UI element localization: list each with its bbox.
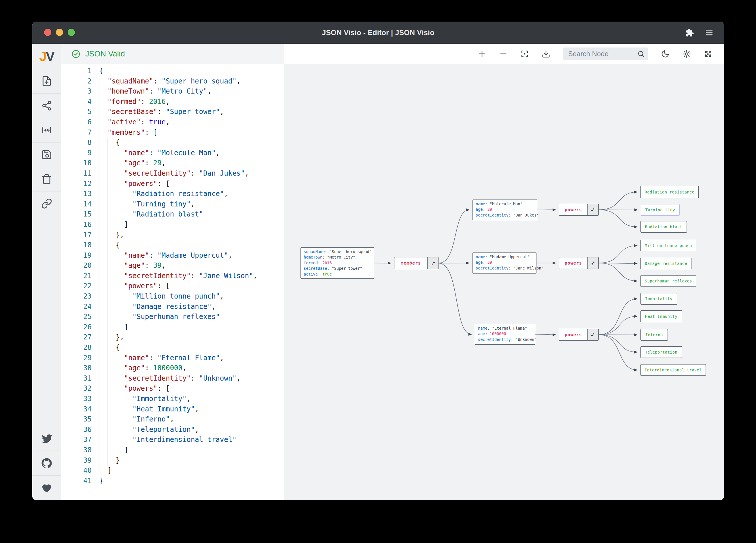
zoom-in-icon[interactable] [478,50,486,58]
code-line[interactable]: 25 "Superhuman reflexes" [61,312,284,322]
code-line[interactable]: 17 }, [61,230,284,241]
search-node-input[interactable] [563,48,648,60]
line-number: 13 [61,189,96,199]
graph-node-l11[interactable]: Interdimensional travel [640,364,706,376]
app-logo[interactable]: JV [32,44,61,69]
line-number: 31 [61,373,96,384]
graph-node-p3[interactable]: powers [559,329,599,340]
graph-node-l3[interactable]: Radiation blast [640,221,687,233]
sidebar-item-share-link[interactable] [32,192,61,216]
line-number: 21 [61,271,96,281]
graph-node-p1[interactable]: powers [559,204,599,216]
graph-node-l10[interactable]: Teleportation [640,346,682,358]
sidebar-item-twitter[interactable] [32,426,61,451]
code-line[interactable]: 37 "Interdimensional travel" [61,435,284,445]
sidebar-item-sponsor[interactable] [32,475,61,500]
code-line[interactable]: 12 "powers": [ [61,179,284,189]
collapse-node-button[interactable] [587,329,598,340]
code-line[interactable]: 8 { [61,138,284,148]
code-line[interactable]: 1{ [61,66,284,76]
code-line[interactable]: 22 "powers": [ [61,281,284,291]
code-line[interactable]: 35 "Inferno", [61,414,284,425]
graph-node-root[interactable]: squadName: "Super hero squad"homeTown: "… [300,247,374,279]
line-number: 37 [61,435,96,445]
code-line[interactable]: 39 } [61,455,284,466]
code-line[interactable]: 28 { [61,342,284,353]
leaf-text: Inferno [645,332,663,337]
graph-node-l9[interactable]: Inferno [640,329,668,340]
sidebar-item-save[interactable] [32,143,61,167]
download-icon[interactable] [542,50,550,58]
graph-node-l8[interactable]: Heat Immunity [640,310,682,322]
graph-node-l6[interactable]: Superhuman reflexes [640,275,696,287]
code-line[interactable]: 29 "name": "Eternal Flame", [61,353,284,363]
collapse-node-button[interactable] [427,258,438,269]
graph-node-l1[interactable]: Radiation resistance [640,186,699,198]
sidebar-item-center-view[interactable] [32,118,61,143]
line-number: 36 [61,425,96,435]
code-line[interactable]: 3 "homeTown": "Metro City", [61,86,284,97]
code-line[interactable]: 23 "Million tonne punch", [61,291,284,302]
code-line[interactable]: 38 ] [61,445,284,455]
graph-node-l7[interactable]: Immortality [640,293,677,304]
search-icon[interactable] [637,50,645,58]
node-row: age: 39 [476,260,533,265]
menu-icon[interactable] [705,29,714,37]
sidebar-item-delete[interactable] [32,167,61,192]
code-line[interactable]: 4 "formed": 2016, [61,97,284,107]
sidebar-item-graph-view[interactable] [32,94,61,118]
graph-canvas[interactable]: squadName: "Super hero squad"homeTown: "… [284,64,724,500]
code-text: "Turning tiny", [99,200,195,208]
collapse-node-button[interactable] [587,258,598,269]
code-text: "Damage resistance", [99,302,216,311]
code-line[interactable]: 6 "active": true, [61,117,284,128]
code-line[interactable]: 10 "age": 29, [61,158,284,169]
code-line[interactable]: 20 "age": 39, [61,261,284,271]
line-number: 10 [61,158,96,169]
code-line[interactable]: 27 }, [61,332,284,342]
collapse-node-button[interactable] [587,204,598,215]
settings-gear-icon[interactable] [682,50,691,58]
code-line[interactable]: 7 "members": [ [61,128,284,138]
code-line[interactable]: 30 "age": 1000000, [61,363,284,373]
graph-node-m2[interactable]: name: "Madame Uppercut"age: 39secretIden… [473,253,536,273]
line-number: 18 [61,240,96,251]
graph-node-m3[interactable]: name: "Eternal Flame"age: 1000000secretI… [475,324,535,345]
code-line[interactable]: 19 "name": "Madame Uppercut", [61,251,284,261]
fullscreen-expand-icon[interactable] [704,50,712,58]
code-line[interactable]: 5 "secretBase": "Super tower", [61,107,284,117]
code-line[interactable]: 31 "secretIdentity": "Unknown", [61,373,284,384]
code-line[interactable]: 34 "Heat Immunity", [61,404,284,415]
graph-node-m1[interactable]: name: "Molecule Man"age: 29secretIdentit… [473,200,537,220]
code-line[interactable]: 41} [61,476,284,486]
code-line[interactable]: 9 "name": "Molecule Man", [61,148,284,158]
code-line[interactable]: 26 ] [61,322,284,332]
code-line[interactable]: 36 "Teleportation", [61,425,284,435]
sidebar-item-github[interactable] [32,451,61,475]
code-line[interactable]: 32 "powers": [ [61,383,284,394]
graph-node-l5[interactable]: Damage resistance [640,258,691,269]
code-line[interactable]: 2 "squadName": "Super hero squad", [61,76,284,87]
focus-center-icon[interactable] [520,50,529,58]
code-line[interactable]: 16 ] [61,220,284,230]
graph-node-l2[interactable]: Turning tiny [641,204,680,216]
graph-node-members[interactable]: members [394,257,439,269]
extension-puzzle-icon[interactable] [685,29,694,37]
code-line[interactable]: 14 "Turning tiny", [61,199,284,210]
code-line[interactable]: 21 "secretIdentity": "Jane Wilson", [61,271,284,281]
leaf-text: Turning tiny [645,208,675,212]
code-line[interactable]: 24 "Damage resistance", [61,302,284,312]
code-line[interactable]: 13 "Radiation resistance", [61,189,284,199]
code-line[interactable]: 18 { [61,240,284,251]
sidebar-item-new-document[interactable] [32,69,61,94]
zoom-out-icon[interactable] [499,50,508,58]
dark-mode-moon-icon[interactable] [661,50,670,58]
code-line[interactable]: 40 ] [61,466,284,476]
code-line[interactable]: 15 "Radiation blast" [61,209,284,220]
graph-node-p2[interactable]: powers [559,257,599,269]
code-editor[interactable]: 1{2 "squadName": "Super hero squad",3 "h… [61,64,284,500]
code-line[interactable]: 33 "Immortality", [61,394,284,404]
graph-node-l4[interactable]: Million tonne punch [640,240,696,252]
node-row: age: 29 [476,207,534,212]
code-line[interactable]: 11 "secretIdentity": "Dan Jukes", [61,169,284,179]
